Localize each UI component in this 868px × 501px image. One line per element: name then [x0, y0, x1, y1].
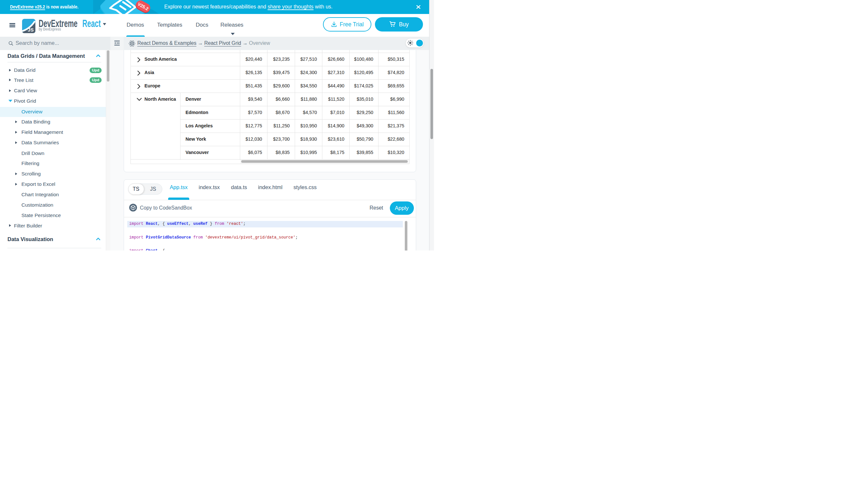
svg-text:JS: JS	[28, 27, 33, 32]
